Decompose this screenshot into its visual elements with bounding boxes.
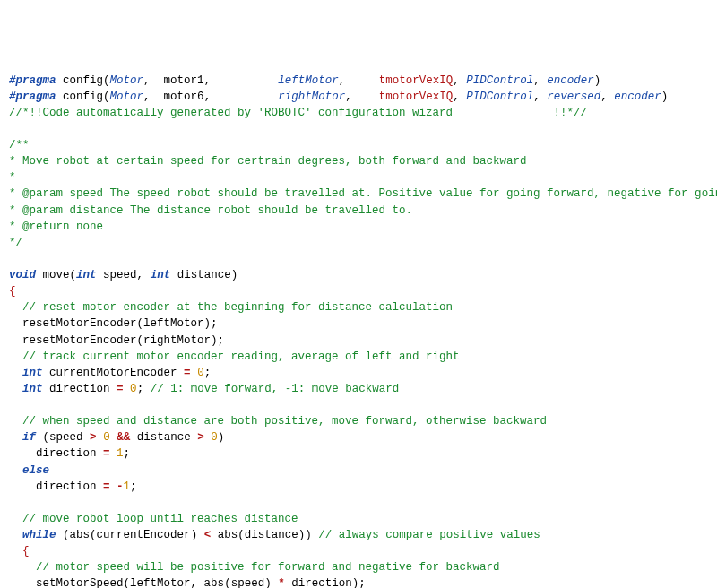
var-speed: speed: [231, 577, 265, 588]
arg-right: rightMotor: [143, 334, 211, 347]
brace-open: {: [22, 545, 30, 558]
var-direction: direction: [36, 480, 97, 493]
var-speed: speed: [49, 431, 83, 444]
param-motor: Motor: [110, 91, 144, 103]
fn-name: move: [43, 269, 70, 281]
code-block: #pragma config(Motor, motor1, leftMotor,…: [9, 73, 708, 589]
comment-when: // when speed and distance are both posi…: [22, 415, 547, 428]
fn-abs: abs: [218, 529, 238, 541]
var-direction: direction: [49, 383, 110, 395]
comment-track: // track current motor encoder reading, …: [22, 350, 460, 363]
brace-open: {: [9, 285, 16, 298]
kw-else: else: [22, 464, 49, 477]
num-zero: 0: [130, 383, 137, 395]
comment-wizard: //*!!Code automatically generated by 'RO…: [9, 107, 587, 119]
doc-line: *: [9, 171, 16, 184]
param-encoder: encoder: [547, 74, 594, 87]
pragma-keyword: #pragma: [9, 74, 56, 87]
num-zero: 0: [103, 431, 110, 444]
comment-dir: // 1: move forward, -1: move backward: [151, 383, 400, 395]
pragma-keyword: #pragma: [9, 91, 56, 103]
var-cur-enc: currentEncoder: [97, 529, 191, 541]
kw-int: int: [22, 383, 43, 395]
param-reversed: reversed: [547, 91, 600, 103]
config-word: config: [63, 74, 103, 87]
param-port: motor1: [164, 74, 204, 87]
var-direction: direction: [36, 447, 97, 460]
arg-left: leftMotor: [143, 317, 204, 330]
param-pid: PIDControl: [466, 74, 533, 87]
comment-always: // always compare positive values: [318, 529, 540, 541]
kw-int: int: [151, 269, 171, 281]
arg-left: leftMotor: [130, 577, 191, 588]
param-name: leftMotor: [278, 74, 339, 87]
param-name: rightMotor: [278, 91, 345, 103]
doc-line: * @return none: [9, 220, 103, 233]
num-one: 1: [117, 447, 124, 460]
config-word: config: [63, 91, 103, 103]
comment-reset: // reset motor encoder at the beginning …: [22, 301, 453, 314]
fn-abs: abs: [204, 577, 225, 588]
param-distance: distance: [177, 269, 231, 281]
param-encoder: encoder: [614, 91, 661, 103]
comment-loop: // move robot loop until reaches distanc…: [22, 513, 298, 525]
param-motor: Motor: [110, 74, 144, 87]
var-direction: direction: [291, 577, 352, 588]
kw-int: int: [76, 269, 97, 281]
doc-start: /**: [9, 139, 30, 151]
var-cur-enc: currentMotorEncoder: [49, 367, 177, 379]
kw-int: int: [22, 367, 43, 379]
num-neg-one: 1: [124, 480, 131, 493]
param-port: motor6: [164, 91, 204, 103]
param-type: tmotorVexIQ: [379, 91, 454, 103]
fn-resetenc: resetMotorEncoder: [22, 334, 137, 347]
doc-line: * @param speed The speed robot should be…: [9, 187, 717, 200]
fn-resetenc: resetMotorEncoder: [22, 317, 137, 330]
fn-set-speed: setMotorSpeed: [36, 577, 124, 588]
num-zero: 0: [211, 431, 218, 444]
num-zero: 0: [197, 367, 204, 379]
comment-mspd: // motor speed will be positive for forw…: [36, 561, 500, 574]
line-pragma-2: #pragma config(Motor, motor6, rightMotor…: [9, 91, 668, 103]
kw-void: void: [9, 269, 36, 281]
var-distance: distance: [245, 529, 298, 541]
param-pid: PIDControl: [466, 91, 533, 103]
param-type: tmotorVexIQ: [379, 74, 454, 87]
doc-line: * Move robot at certain speed for certra…: [9, 155, 527, 168]
kw-if: if: [22, 431, 36, 444]
doc-end: */: [9, 237, 22, 249]
fn-abs: abs: [70, 529, 91, 541]
var-distance: distance: [137, 431, 191, 444]
param-speed: speed: [103, 269, 137, 281]
doc-line: * @param distance The distance robot sho…: [9, 204, 412, 217]
kw-while: while: [22, 529, 56, 541]
line-pragma-1: #pragma config(Motor, motor1, leftMotor,…: [9, 74, 600, 87]
